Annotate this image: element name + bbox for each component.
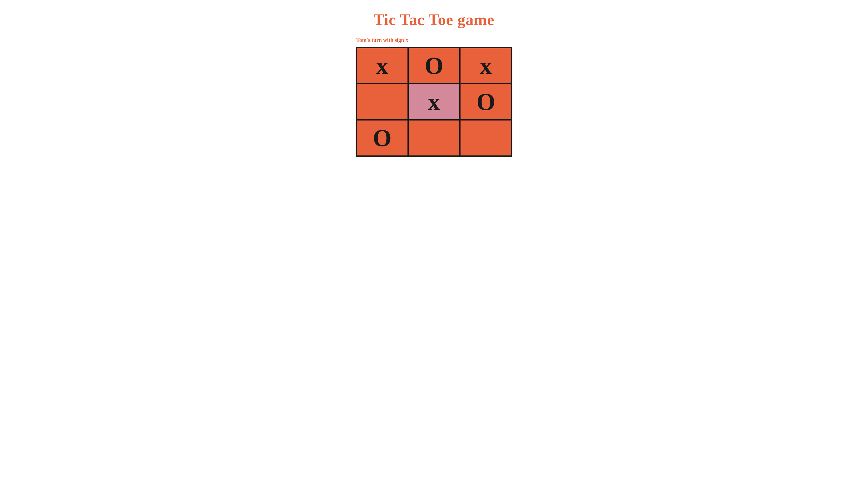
cell-1-1[interactable]: x: [408, 84, 460, 120]
turn-status: Tom's turn with sign x: [356, 37, 408, 43]
cell-0-1[interactable]: O: [408, 47, 460, 84]
page-title: Tic Tac Toe game: [374, 11, 495, 29]
cell-0-2[interactable]: x: [460, 47, 512, 84]
cell-2-1[interactable]: [408, 120, 460, 156]
cell-2-0[interactable]: O: [356, 120, 408, 156]
game-board: xOxxOO: [355, 47, 513, 157]
cell-2-2[interactable]: [460, 120, 512, 156]
cell-0-0[interactable]: x: [356, 47, 408, 84]
cell-1-2[interactable]: O: [460, 84, 512, 120]
cell-1-0[interactable]: [356, 84, 408, 120]
